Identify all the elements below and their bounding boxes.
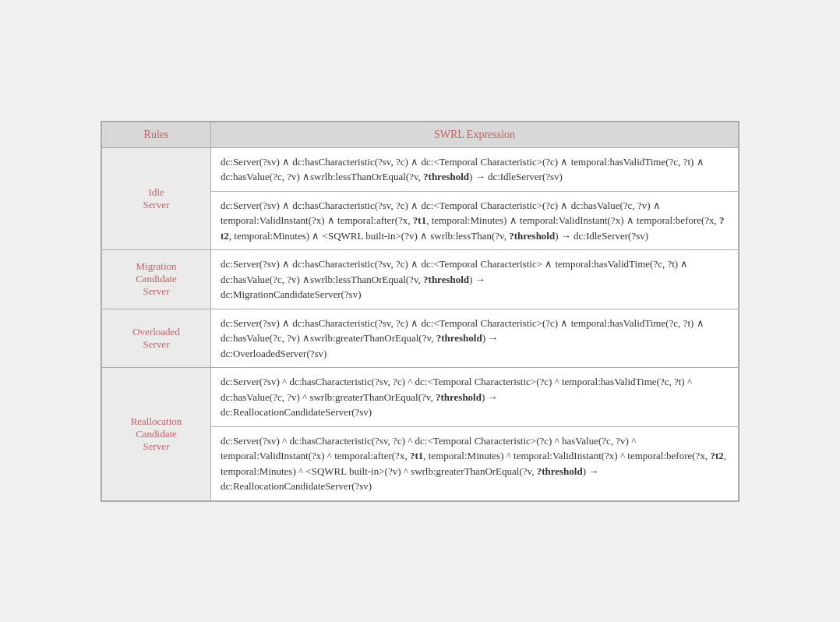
- idle-server-label: IdleServer: [102, 147, 211, 250]
- table-header-row: Rules SWRL Expression: [102, 122, 739, 147]
- reallocation-server-expr-2: dc:Server(?sv) ^ dc:hasCharacteristic(?s…: [211, 426, 739, 500]
- reallocation-server-label: ReallocationCandidateServer: [102, 368, 211, 501]
- table-row: IdleServer dc:Server(?sv) ∧ dc:hasCharac…: [102, 147, 739, 191]
- reallocation-server-expr-1: dc:Server(?sv) ^ dc:hasCharacteristic(?s…: [211, 368, 739, 427]
- main-table-container: Rules SWRL Expression IdleServer dc:Serv…: [101, 121, 739, 502]
- table-row: MigrationCandidateServer dc:Server(?sv) …: [102, 250, 739, 309]
- overloaded-server-label: OverloadedServer: [102, 309, 211, 368]
- col-rules-header: Rules: [102, 122, 211, 147]
- idle-server-expr-2: dc:Server(?sv) ∧ dc:hasCharacteristic(?s…: [211, 191, 739, 250]
- rules-table: Rules SWRL Expression IdleServer dc:Serv…: [101, 122, 739, 501]
- overloaded-server-expr-1: dc:Server(?sv) ∧ dc:hasCharacteristic(?s…: [211, 309, 739, 368]
- idle-server-expr-1: dc:Server(?sv) ∧ dc:hasCharacteristic(?s…: [211, 147, 739, 191]
- table-row: ReallocationCandidateServer dc:Server(?s…: [102, 368, 739, 427]
- table-row: OverloadedServer dc:Server(?sv) ∧ dc:has…: [102, 309, 739, 368]
- migration-server-label: MigrationCandidateServer: [102, 250, 211, 309]
- migration-server-expr-1: dc:Server(?sv) ∧ dc:hasCharacteristic(?s…: [211, 250, 739, 309]
- col-expression-header: SWRL Expression: [211, 122, 739, 147]
